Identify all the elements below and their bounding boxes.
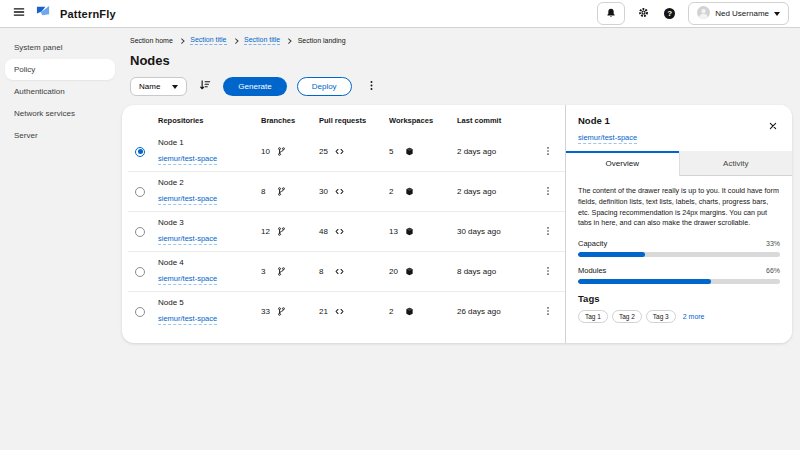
sidebar-item[interactable]: Network services	[5, 103, 115, 124]
sidebar-item[interactable]: System panel	[5, 37, 115, 58]
sidebar-item[interactable]: Authentication	[5, 81, 115, 102]
breadcrumb-item: Section title	[190, 36, 237, 45]
chevron-down-icon	[172, 85, 178, 89]
branches-count: 33	[261, 307, 277, 316]
actions-column-header	[535, 108, 565, 132]
pull-requests-count: 30	[319, 187, 335, 196]
cube-icon	[405, 267, 414, 276]
masthead: PatternFly ?	[0, 0, 800, 28]
code-branch-icon	[277, 307, 286, 316]
avatar	[697, 6, 710, 21]
progress-bar	[578, 252, 780, 257]
last-commit: 26 days ago	[453, 292, 535, 332]
branches-count: 3	[261, 267, 277, 276]
table-row: Node 4 siemur/test-space 3	[128, 252, 565, 292]
repo-link[interactable]: siemur/test-space	[158, 234, 217, 245]
user-menu-button[interactable]: Ned Username	[688, 2, 789, 25]
cube-icon	[405, 147, 414, 156]
sort-amount-down-icon	[199, 79, 211, 94]
main-content: Section home Section title Section title	[120, 28, 800, 449]
sidebar-item[interactable]: Policy	[5, 59, 115, 80]
node-name: Node 2	[158, 178, 253, 187]
repo-link[interactable]: siemur/test-space	[158, 194, 217, 205]
hamburger-icon	[13, 6, 25, 21]
branches-count: 8	[261, 187, 277, 196]
breadcrumb-link[interactable]: Section title	[190, 36, 226, 45]
row-kebab-button[interactable]	[539, 182, 557, 201]
breadcrumb-link[interactable]: Section title	[244, 36, 280, 45]
row-radio[interactable]	[135, 307, 145, 317]
progress-label: Capacity	[578, 239, 607, 248]
menu-toggle-button[interactable]	[11, 4, 27, 23]
table-row: Node 5 siemur/test-space 33	[128, 292, 565, 332]
table-row: Node 3 siemur/test-space 12	[128, 212, 565, 252]
cube-icon	[405, 307, 414, 316]
drawer-tabs: Overview Activity	[566, 151, 792, 176]
sidebar: System panel Policy Authentication Netwo…	[0, 28, 120, 449]
row-radio[interactable]	[135, 267, 145, 277]
chevron-down-icon	[774, 12, 780, 16]
repo-link[interactable]: siemur/test-space	[158, 154, 217, 165]
sidebar-item-label: Authentication	[14, 87, 65, 96]
column-header: Pull requests	[315, 108, 385, 132]
table-row: Node 2 siemur/test-space 8	[128, 172, 565, 212]
column-header: Branches	[257, 108, 315, 132]
breadcrumb-link[interactable]: Section landing	[298, 37, 346, 44]
drawer-description: The content of the drawer really is up t…	[578, 186, 780, 229]
tag-label: Tag 1	[578, 310, 608, 323]
pull-requests-count: 48	[319, 227, 335, 236]
toolbar-kebab-button[interactable]	[362, 77, 381, 96]
pull-requests-count: 25	[319, 147, 335, 156]
code-branch-icon	[277, 267, 286, 276]
row-kebab-button[interactable]	[539, 142, 557, 161]
progress-value: 66%	[766, 267, 780, 274]
sort-order-button[interactable]	[197, 78, 213, 95]
tags-more-link[interactable]: 2 more	[683, 313, 705, 320]
tags-heading: Tags	[578, 293, 780, 304]
pull-requests-count: 8	[319, 267, 335, 276]
sidebar-item[interactable]: Server	[5, 125, 115, 146]
row-radio[interactable]	[135, 187, 145, 197]
repo-link[interactable]: siemur/test-space	[158, 274, 217, 285]
node-name: Node 3	[158, 218, 253, 227]
tab-overview[interactable]: Overview	[566, 151, 679, 176]
row-radio[interactable]	[135, 147, 145, 157]
drawer-title: Node 1	[578, 115, 637, 126]
generate-button[interactable]: Generate	[223, 77, 286, 96]
node-name: Node 5	[158, 298, 253, 307]
breadcrumb-link[interactable]: Section home	[130, 37, 173, 44]
breadcrumb: Section home Section title Section title	[130, 36, 792, 45]
row-radio[interactable]	[135, 227, 145, 237]
kebab-icon	[543, 224, 553, 239]
workspaces-count: 2	[389, 187, 405, 196]
sort-by-select[interactable]: Name	[130, 77, 187, 96]
repo-link[interactable]: siemur/test-space	[158, 314, 217, 325]
code-icon	[335, 187, 344, 196]
code-icon	[335, 267, 344, 276]
settings-button[interactable]	[636, 4, 651, 23]
code-branch-icon	[277, 187, 286, 196]
notifications-button[interactable]	[597, 2, 625, 25]
deploy-button[interactable]: Deploy	[297, 77, 352, 96]
row-kebab-button[interactable]	[539, 222, 557, 241]
row-kebab-button[interactable]	[539, 262, 557, 281]
kebab-icon	[543, 144, 553, 159]
pull-requests-count: 21	[319, 307, 335, 316]
column-header: Workspaces	[385, 108, 453, 132]
drawer-repo-link[interactable]: siemur/test-space	[578, 133, 637, 144]
workspaces-count: 20	[389, 267, 405, 276]
sidebar-item-label: Network services	[14, 109, 75, 118]
breadcrumb-separator-icon	[179, 38, 184, 43]
breadcrumb-separator-icon	[233, 38, 238, 43]
progress-label: Modules	[578, 266, 606, 275]
help-button[interactable]: ?	[662, 6, 677, 21]
last-commit: 30 days ago	[453, 212, 535, 252]
progress-bar	[578, 279, 780, 284]
row-kebab-button[interactable]	[539, 302, 557, 321]
code-branch-icon	[277, 227, 286, 236]
nodes-table: Repositories Branches Pull requests Work…	[122, 105, 565, 343]
branches-count: 10	[261, 147, 277, 156]
tab-activity[interactable]: Activity	[679, 151, 793, 176]
branches-count: 12	[261, 227, 277, 236]
drawer-close-button[interactable]	[766, 115, 780, 136]
